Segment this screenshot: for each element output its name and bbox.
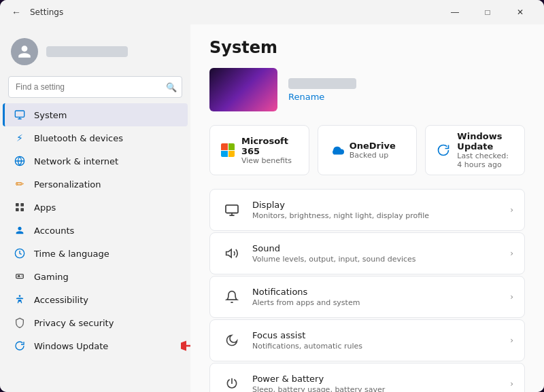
focus-title: Focus assist: [252, 330, 500, 340]
svg-rect-9: [226, 205, 238, 213]
setting-row-power[interactable]: Power & battery Sleep, battery usage, ba…: [209, 363, 525, 392]
setting-row-display[interactable]: Display Monitors, brightness, night ligh…: [209, 189, 525, 231]
gaming-icon: [14, 270, 26, 283]
sidebar: 🔍 System ⚡ Bluetooth & devices Network &…: [0, 24, 190, 392]
sidebar-label-personalization: Personalization: [34, 179, 101, 190]
sidebar-item-system[interactable]: System: [3, 103, 188, 126]
sidebar-label-apps: Apps: [34, 202, 56, 213]
setting-row-focus[interactable]: Focus assist Notifications, automatic ru…: [209, 319, 525, 361]
onedrive-info: OneDrive Backed up: [350, 141, 396, 160]
sidebar-label-bluetooth: Bluetooth & devices: [34, 133, 123, 143]
svg-rect-0: [15, 111, 24, 117]
winupdate-info: Windows Update Last checked: 4 hours ago: [457, 131, 515, 169]
focus-text: Focus assist Notifications, automatic ru…: [252, 330, 500, 351]
display-icon: [221, 199, 243, 221]
rename-link[interactable]: Rename: [288, 92, 356, 102]
privacy-icon: [14, 317, 26, 329]
svg-point-7: [19, 295, 21, 297]
page-title: System: [209, 38, 525, 57]
desktop-preview: [209, 68, 277, 111]
onedrive-icon: [328, 142, 344, 158]
bluetooth-icon: ⚡: [14, 132, 26, 144]
hero-section: Rename: [209, 68, 525, 111]
window-title: Settings: [30, 7, 63, 17]
settings-list: Display Monitors, brightness, night ligh…: [209, 189, 525, 392]
sidebar-label-time: Time & language: [34, 249, 109, 259]
focus-icon: [221, 329, 243, 351]
arrow-annotation: [181, 338, 190, 354]
hero-info: Rename: [288, 78, 356, 102]
svg-rect-4: [16, 208, 19, 211]
display-chevron: ›: [510, 205, 513, 215]
quicklink-onedrive[interactable]: OneDrive Backed up: [318, 125, 418, 175]
sound-title: Sound: [252, 243, 500, 253]
sound-sub: Volume levels, output, input, sound devi…: [252, 255, 500, 264]
sidebar-item-time[interactable]: Time & language: [3, 242, 188, 265]
minimize-button[interactable]: —: [439, 1, 471, 23]
sidebar-item-accounts[interactable]: Accounts: [3, 219, 188, 242]
display-title: Display: [252, 200, 500, 210]
title-bar-left: ← Settings: [8, 4, 63, 20]
quicklink-winupdate[interactable]: Windows Update Last checked: 4 hours ago: [425, 125, 525, 175]
quick-links: Microsoft 365 View benefits OneDrive Bac…: [209, 125, 525, 175]
notifications-icon: [221, 286, 243, 308]
power-title: Power & battery: [252, 374, 500, 384]
main-content: System Rename Micros: [190, 24, 544, 392]
personalization-icon: ✏️: [14, 178, 26, 190]
quicklink-ms365[interactable]: Microsoft 365 View benefits: [209, 125, 309, 175]
sidebar-item-accessibility[interactable]: Accessibility: [3, 288, 188, 311]
sidebar-label-accounts: Accounts: [34, 226, 74, 236]
sidebar-label-privacy: Privacy & security: [34, 318, 114, 328]
winupdate-ql-icon: [435, 142, 452, 158]
sidebar-item-apps[interactable]: Apps: [3, 196, 188, 219]
maximize-button[interactable]: □: [472, 1, 503, 23]
sidebar-label-accessibility: Accessibility: [34, 295, 88, 305]
setting-row-sound[interactable]: Sound Volume levels, output, input, soun…: [209, 232, 525, 274]
power-chevron: ›: [510, 379, 513, 389]
winupdate-ql-title: Windows Update: [457, 131, 515, 152]
ms365-icon: [220, 142, 236, 158]
svg-rect-5: [20, 208, 24, 211]
sidebar-label-network: Network & internet: [34, 156, 118, 166]
apps-icon: [14, 201, 26, 213]
display-sub: Monitors, brightness, night light, displ…: [252, 211, 500, 220]
settings-window: ← Settings — □ ✕ 🔍: [0, 0, 544, 392]
focus-sub: Notifications, automatic rules: [252, 342, 500, 351]
window-controls: — □ ✕: [439, 1, 536, 23]
network-icon: [14, 155, 26, 167]
setting-row-notifications[interactable]: Notifications Alerts from apps and syste…: [209, 276, 525, 318]
notifications-title: Notifications: [252, 287, 500, 297]
close-button[interactable]: ✕: [505, 1, 536, 23]
accounts-icon: [14, 224, 26, 236]
svg-rect-3: [20, 203, 24, 207]
sidebar-item-personalization[interactable]: ✏️ Personalization: [3, 173, 188, 196]
sidebar-label-system: System: [34, 110, 67, 120]
power-icon: [221, 373, 243, 392]
user-section: [0, 30, 190, 76]
sound-text: Sound Volume levels, output, input, soun…: [252, 243, 500, 264]
search-box: 🔍: [8, 76, 182, 98]
ms365-title: Microsoft 365: [241, 136, 299, 156]
sound-icon: [221, 243, 243, 264]
ms365-subtitle: View benefits: [241, 156, 299, 165]
back-button[interactable]: ←: [8, 4, 24, 20]
notifications-chevron: ›: [510, 292, 513, 302]
sidebar-item-windowsupdate[interactable]: Windows Update: [3, 334, 188, 357]
ms365-info: Microsoft 365 View benefits: [241, 136, 299, 165]
sidebar-item-network[interactable]: Network & internet: [3, 149, 188, 173]
sidebar-label-gaming: Gaming: [34, 272, 69, 282]
search-input[interactable]: [8, 76, 182, 98]
sidebar-item-bluetooth[interactable]: ⚡ Bluetooth & devices: [3, 126, 188, 149]
sidebar-item-privacy[interactable]: Privacy & security: [3, 311, 188, 334]
pc-name-display: [288, 78, 356, 89]
sidebar-label-windowsupdate: Windows Update: [34, 341, 108, 351]
power-text: Power & battery Sleep, battery usage, ba…: [252, 374, 500, 392]
system-icon: [14, 109, 26, 121]
display-text: Display Monitors, brightness, night ligh…: [252, 200, 500, 220]
power-sub: Sleep, battery usage, battery saver: [252, 385, 500, 392]
time-icon: [14, 247, 26, 260]
notifications-sub: Alerts from apps and system: [252, 298, 500, 307]
sound-chevron: ›: [510, 249, 513, 258]
sidebar-item-gaming[interactable]: Gaming: [3, 265, 188, 288]
winupdate-ql-subtitle: Last checked: 4 hours ago: [457, 152, 515, 169]
